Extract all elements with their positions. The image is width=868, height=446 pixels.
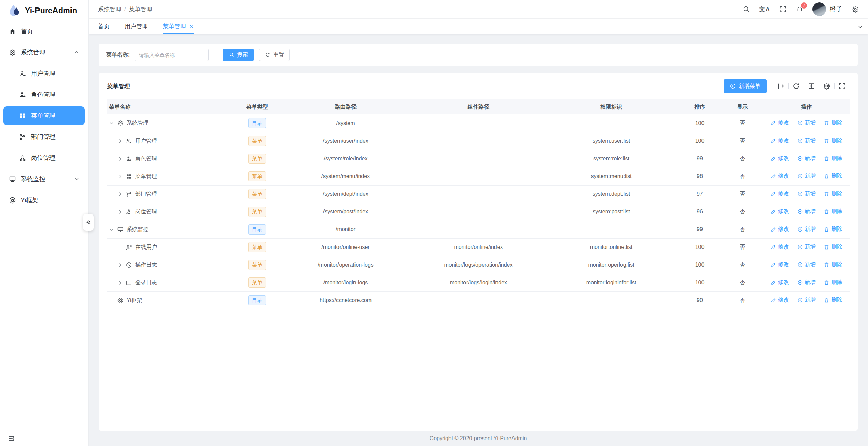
expand-row-icon[interactable] [117,156,123,161]
tab-user-management[interactable]: 用户管理 [125,19,148,34]
edit-link[interactable]: 修改 [771,155,789,162]
app-logo[interactable]: Yi-PureAdmin [0,0,88,21]
delete-link[interactable]: 删除 [824,261,842,268]
sidebar-item-yi-framework[interactable]: Yi框架 [3,191,85,210]
add-link[interactable]: 新增 [797,137,816,144]
refresh-icon[interactable] [789,82,804,90]
delete-link[interactable]: 删除 [824,137,842,144]
panel-title: 菜单管理 [107,82,130,90]
edit-link[interactable]: 修改 [771,243,789,251]
copyright-footer: Copyright © 2020-present Yi-PureAdmin [89,431,868,446]
molecule-icon [19,155,26,162]
edit-link[interactable]: 修改 [771,261,789,268]
table-row[interactable]: 部门管理 菜单 /system/dept/index system:dept:l… [107,185,850,203]
reset-button[interactable]: 重置 [259,49,290,61]
expand-row-icon[interactable] [117,209,123,214]
sidebar-item-menus[interactable]: 菜单管理 [3,106,85,125]
table-fullscreen-icon[interactable] [835,82,850,90]
menu-name: 在线用户 [135,244,157,251]
sidebar-item-system[interactable]: 系统管理 [3,43,85,62]
sidebar-footer [0,431,88,446]
sidebar-item-roles[interactable]: 角色管理 [3,85,85,104]
add-link[interactable]: 新增 [797,261,816,268]
table-row[interactable]: 在线用户 菜单 /monitor/online-user monitor/onl… [107,238,850,256]
sidebar-collapse-handle[interactable] [83,214,94,231]
sort-value: 100 [678,238,722,256]
table-row[interactable]: 岗位管理 菜单 /system/post/index system:post:l… [107,203,850,221]
delete-link[interactable]: 删除 [824,173,842,180]
user-menu[interactable]: 橙子 [812,2,842,16]
delete-link[interactable]: 删除 [824,279,842,286]
permission-key [545,291,678,309]
add-link[interactable]: 新增 [797,173,816,180]
search-icon[interactable] [743,5,750,13]
table-row[interactable]: 菜单管理 菜单 /system/menu/index system:menu:l… [107,168,850,185]
expand-row-icon[interactable] [117,139,123,144]
edit-link[interactable]: 修改 [771,137,789,144]
table-row[interactable]: 用户管理 菜单 /system/user/index system:user:l… [107,132,850,150]
settings-gear-icon[interactable] [852,5,859,13]
table-row[interactable]: Yi框架 目录 https://ccnetcore.com 90 否 修改 [107,291,850,309]
edit-link[interactable]: 修改 [771,208,789,215]
table-row[interactable]: 系统监控 目录 /monitor 99 否 修改 新增 [107,221,850,238]
close-icon[interactable] [189,24,194,29]
sidebar-item-departments[interactable]: 部门管理 [3,127,85,146]
fullscreen-icon[interactable] [779,5,787,13]
add-link[interactable]: 新增 [797,208,816,215]
delete-link[interactable]: 删除 [824,208,842,215]
expand-row-icon[interactable] [117,262,123,268]
density-icon[interactable] [804,82,819,90]
tabs-dropdown-chevron-icon[interactable] [852,19,868,34]
expand-row-icon[interactable] [117,174,123,179]
menu-type-tag: 菜单 [248,242,266,252]
panel-header: 菜单管理 新增菜单 [107,73,850,99]
delete-link[interactable]: 删除 [824,243,842,251]
add-link[interactable]: 新增 [797,155,816,162]
collapse-row-icon[interactable] [109,121,114,126]
sidebar-item-users[interactable]: 用户管理 [3,64,85,83]
tab-menu-management[interactable]: 菜单管理 [163,19,194,34]
add-link[interactable]: 新增 [797,226,816,233]
table-row[interactable]: 操作日志 菜单 /monitor/operation-logs monitor/… [107,256,850,274]
delete-link[interactable]: 删除 [824,155,842,162]
search-button[interactable]: 搜索 [223,49,254,61]
menu-table-panel: 菜单管理 新增菜单 [99,73,858,431]
add-link[interactable]: 新增 [797,243,816,251]
delete-link[interactable]: 删除 [824,119,842,126]
sidebar-item-posts[interactable]: 岗位管理 [3,148,85,168]
edit-link[interactable]: 修改 [771,279,789,286]
menu-name-input[interactable] [135,49,209,61]
edit-link[interactable]: 修改 [771,173,789,180]
add-link[interactable]: 新增 [797,119,816,126]
column-settings-icon[interactable] [819,82,834,90]
delete-link[interactable]: 删除 [824,190,842,197]
sidebar-item-monitor[interactable]: 系统监控 [3,170,85,189]
add-link[interactable]: 新增 [797,279,816,286]
tab-home[interactable]: 首页 [98,19,110,34]
sort-value: 99 [678,221,722,238]
table-row[interactable]: 登录日志 菜单 /monitor/login-logs monitor/logs… [107,274,850,291]
translate-icon[interactable]: 文A [759,5,770,13]
expand-collapse-icon[interactable] [773,82,788,90]
edit-link[interactable]: 修改 [771,226,789,233]
table-row[interactable]: 角色管理 菜单 /system/role/index system:role:l… [107,150,850,168]
add-link[interactable]: 新增 [797,297,816,304]
edit-link[interactable]: 修改 [771,297,789,304]
breadcrumb-item[interactable]: 系统管理 [98,5,121,13]
edit-link[interactable]: 修改 [771,190,789,197]
grid-icon [126,173,132,180]
delete-link[interactable]: 删除 [824,226,842,233]
app-root: Yi-PureAdmin 首页 系统管理 [0,0,868,446]
add-link[interactable]: 新增 [797,190,816,197]
bell-icon[interactable]: 7 [796,5,803,13]
delete-link[interactable]: 删除 [824,297,842,304]
add-menu-button[interactable]: 新增菜单 [724,79,767,93]
expand-row-icon[interactable] [117,192,123,197]
sidebar-item-home[interactable]: 首页 [3,22,85,41]
menu-fold-icon[interactable] [7,435,15,442]
expand-row-icon[interactable] [117,280,123,285]
table-row[interactable]: 系统管理 目录 /system 100 否 修改 新增 [107,114,850,132]
sort-value: 100 [678,274,722,291]
collapse-row-icon[interactable] [109,227,114,232]
edit-link[interactable]: 修改 [771,119,789,126]
